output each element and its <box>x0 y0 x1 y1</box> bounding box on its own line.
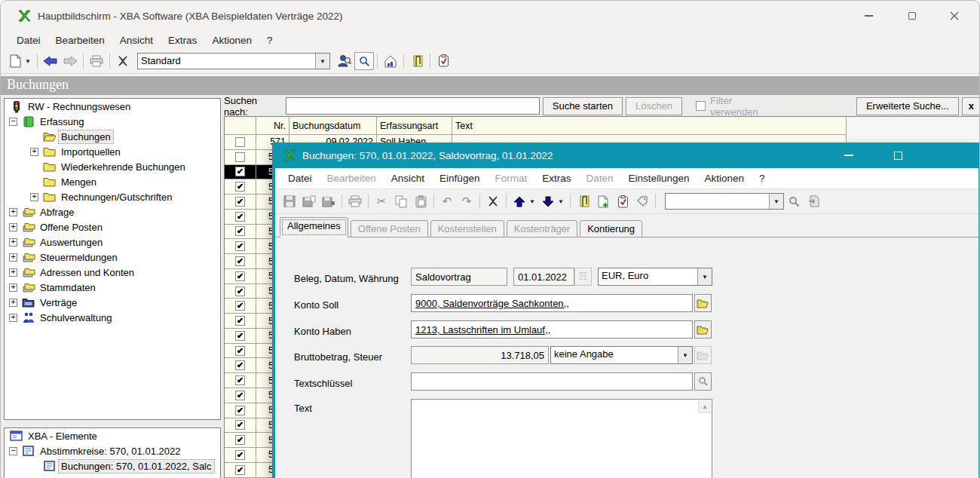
nav-item-abfrage[interactable]: +Abfrage <box>5 204 220 219</box>
chevron-down-icon[interactable]: ▼ <box>697 268 712 285</box>
save-icon[interactable] <box>280 192 299 210</box>
tab-kontierung[interactable]: Kontierung <box>580 220 642 237</box>
row-checkbox[interactable]: ✔ <box>235 360 245 370</box>
menu-?[interactable]: ? <box>260 33 280 47</box>
nav-item-schulverwaltung[interactable]: +Schulverwaltung <box>5 310 220 325</box>
tab-offene-posten[interactable]: Offene Posten <box>351 220 428 237</box>
row-checkbox[interactable]: ✔ <box>235 197 245 207</box>
row-checkbox[interactable]: ✔ <box>235 271 245 281</box>
filter-checkbox[interactable] <box>696 101 706 111</box>
dialog-maximize-button[interactable] <box>881 142 914 168</box>
brutto-field[interactable]: 13.718,05 <box>411 346 549 364</box>
chevron-down-icon[interactable]: ▼ <box>769 194 783 209</box>
elements-item-xba-elemente[interactable]: XBA - Elemente <box>5 428 220 443</box>
cut-icon[interactable]: ✂ <box>372 192 391 210</box>
row-checkbox[interactable]: ✔ <box>235 256 245 266</box>
print-icon[interactable] <box>345 192 365 210</box>
profile-combobox[interactable]: Standard▼ <box>137 53 330 69</box>
menu-extras[interactable]: Extras <box>161 33 204 47</box>
steuer-combobox[interactable]: keine Angabe ▼ <box>550 346 693 364</box>
menu-?[interactable]: ? <box>752 171 772 185</box>
textschluessel-search-button[interactable] <box>694 372 712 391</box>
beleg-field[interactable]: Saldovortrag <box>411 268 507 286</box>
steuer-open-button[interactable] <box>694 346 712 364</box>
row-checkbox[interactable]: ✔ <box>235 465 245 475</box>
menu-datei[interactable]: Datei <box>10 33 47 47</box>
nav-item-offene-posten[interactable]: +Offene Posten <box>5 219 220 234</box>
menu-aktionen[interactable]: Aktionen <box>698 171 752 185</box>
row-checkbox[interactable]: ✔ <box>235 331 245 341</box>
paperclip-note-icon[interactable] <box>407 52 427 70</box>
minus-expander-icon[interactable]: − <box>9 118 17 126</box>
chevron-down-icon[interactable]: ▼ <box>678 347 692 363</box>
tab-kostenstellen[interactable]: Kostenstellen <box>430 220 504 237</box>
advanced-search-button[interactable]: Erweiterte Suche... <box>856 97 959 115</box>
menu-daten[interactable]: Daten <box>579 171 620 185</box>
textschluessel-field[interactable] <box>411 372 693 391</box>
chevron-down-icon[interactable]: ▼ <box>315 54 329 69</box>
nav-item-erfassung[interactable]: −Erfassung <box>5 114 220 129</box>
row-checkbox[interactable] <box>235 152 245 162</box>
plus-expander-icon[interactable]: + <box>9 238 17 247</box>
menu-extras[interactable]: Extras <box>535 171 577 185</box>
plus-expander-icon[interactable]: + <box>9 208 17 216</box>
menu-aktionen[interactable]: Aktionen <box>205 33 259 47</box>
nav-item-mengen[interactable]: Mengen <box>5 174 220 189</box>
plus-expander-icon[interactable]: + <box>9 253 17 262</box>
document-add-icon[interactable] <box>593 192 613 210</box>
column-header-checkbox[interactable] <box>225 117 256 135</box>
row-checkbox[interactable]: ✔ <box>235 450 245 460</box>
goto-document-icon[interactable] <box>804 192 823 210</box>
currency-combobox[interactable]: EUR, Euro ▼ <box>598 268 712 286</box>
plus-expander-icon[interactable]: + <box>9 314 17 322</box>
tab-kostenträger[interactable]: Kostenträger <box>507 220 577 237</box>
row-checkbox[interactable]: ✔ <box>235 241 245 251</box>
row-checkbox[interactable]: ✔ <box>235 391 245 400</box>
new-document-icon[interactable] <box>5 52 25 70</box>
row-checkbox[interactable]: ✔ <box>235 226 245 236</box>
notes-check-icon[interactable] <box>433 52 453 70</box>
datum-field[interactable]: 01.01.2022 <box>513 268 574 286</box>
nav-item-wiederkehrende-buchungen[interactable]: Wiederkehrende Buchungen <box>5 159 220 174</box>
menu-bearbeiten[interactable]: Bearbeiten <box>320 171 383 185</box>
minus-expander-icon[interactable]: − <box>9 447 17 455</box>
caret-down-icon[interactable]: ▼ <box>529 198 538 205</box>
row-checkbox[interactable]: ✔ <box>235 182 245 192</box>
konto-haben-field[interactable]: 1213, Lastschriften im Umlauf,, <box>411 320 693 339</box>
caret-down-icon[interactable]: ▼ <box>25 58 34 65</box>
menu-einf-gen[interactable]: Einfügen <box>433 171 486 185</box>
dialog-search-combobox[interactable]: ▼ <box>665 193 784 210</box>
close-button[interactable] <box>937 1 972 31</box>
row-checkbox[interactable]: ✔ <box>235 375 245 385</box>
nav-item-stammdaten[interactable]: +Stammdaten <box>5 280 220 295</box>
plus-expander-icon[interactable]: + <box>30 193 38 201</box>
calendar-button[interactable]: 31 <box>574 268 592 286</box>
caret-down-icon[interactable]: ▼ <box>558 198 567 205</box>
row-checkbox[interactable]: ✔ <box>235 212 245 222</box>
row-checkbox[interactable]: ✔ <box>235 167 245 176</box>
row-checkbox[interactable]: ✔ <box>235 435 245 445</box>
save-as-icon[interactable] <box>299 192 319 210</box>
nav-item-verträge[interactable]: +Verträge <box>5 295 220 310</box>
move-up-icon[interactable] <box>510 192 529 210</box>
nav-item-adressen-und-konten[interactable]: +Adressen und Konten <box>5 265 220 280</box>
forward-arrow-icon[interactable] <box>60 52 80 70</box>
row-checkbox[interactable]: ✔ <box>235 286 245 296</box>
print-icon[interactable] <box>87 52 106 70</box>
task-check-icon[interactable] <box>613 192 632 210</box>
konto-soll-open-button[interactable] <box>694 294 712 312</box>
undo-icon[interactable]: ↶ <box>437 192 457 210</box>
user-search-icon[interactable] <box>335 52 354 70</box>
dialog-minimize-button[interactable] <box>832 142 865 168</box>
elements-item-abstimmkreise-570-01-01-2022[interactable]: −Abstimmkreise: 570, 01.01.2022 <box>5 443 220 458</box>
elements-item-buchungen-570-01-01-2022-salc[interactable]: Buchungen: 570, 01.01.2022, Salc <box>5 458 220 473</box>
row-checkbox[interactable]: ✔ <box>235 301 245 311</box>
row-checkbox[interactable]: ✔ <box>235 346 245 356</box>
nav-item-auswertungen[interactable]: +Auswertungen <box>5 234 220 250</box>
back-arrow-icon[interactable] <box>41 52 60 70</box>
menu-datei[interactable]: Datei <box>281 171 319 185</box>
save-all-icon[interactable] <box>319 192 338 210</box>
scroll-up-icon[interactable]: ▲ <box>698 400 711 413</box>
minimize-button[interactable] <box>851 1 886 31</box>
search-input[interactable] <box>286 97 540 115</box>
